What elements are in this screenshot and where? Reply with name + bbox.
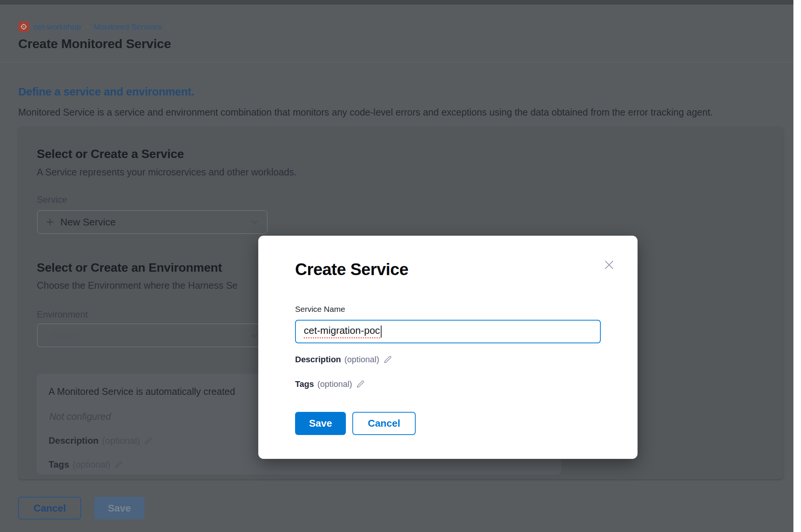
modal-description-row: Description (optional) bbox=[295, 355, 393, 365]
description-label: Description bbox=[295, 355, 341, 365]
tags-label: Tags bbox=[295, 379, 314, 389]
service-name-value: cet-migration-poc bbox=[304, 325, 380, 338]
text-caret bbox=[381, 325, 382, 338]
create-service-modal: Create Service Service Name cet-migratio… bbox=[258, 236, 638, 459]
create-monitored-service-page: cet-workshop > Monitored Services > Crea… bbox=[0, 0, 801, 532]
pencil-icon[interactable] bbox=[383, 355, 393, 365]
modal-actions: Save Cancel bbox=[295, 412, 416, 435]
modal-save-button[interactable]: Save bbox=[295, 412, 346, 435]
close-icon[interactable] bbox=[602, 257, 617, 272]
optional-suffix: (optional) bbox=[317, 379, 352, 389]
window-top-edge bbox=[0, 0, 793, 5]
pencil-icon[interactable] bbox=[355, 379, 365, 389]
scrollbar-gutter[interactable] bbox=[793, 0, 801, 532]
modal-title: Create Service bbox=[295, 260, 408, 279]
service-name-label: Service Name bbox=[295, 305, 345, 314]
modal-cancel-button[interactable]: Cancel bbox=[352, 412, 416, 435]
service-name-input[interactable]: cet-migration-poc bbox=[295, 320, 601, 343]
optional-suffix: (optional) bbox=[344, 355, 379, 365]
modal-tags-row: Tags (optional) bbox=[295, 379, 365, 389]
